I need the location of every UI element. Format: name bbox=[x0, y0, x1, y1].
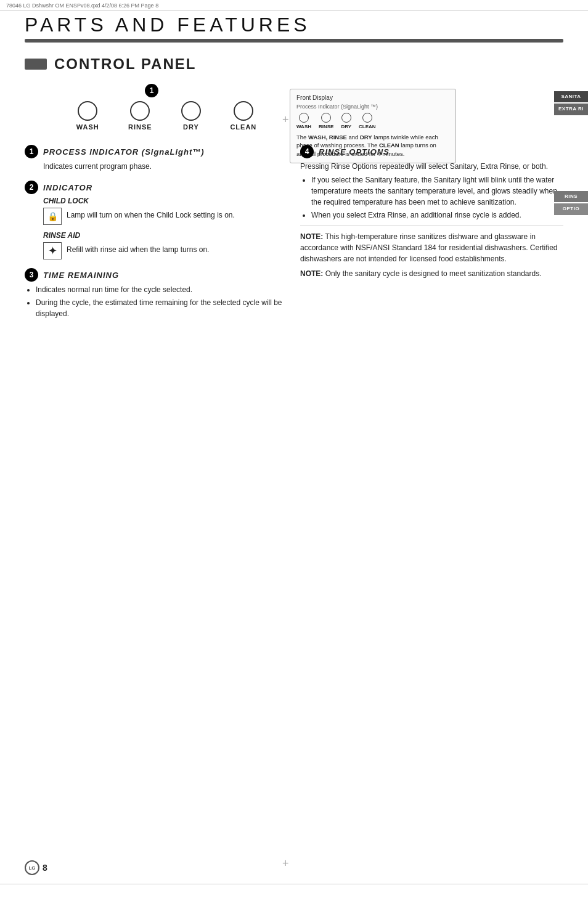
light-rinse: RINSE bbox=[128, 101, 152, 131]
note-2: NOTE: Only the sanitary cycle is designe… bbox=[300, 268, 563, 279]
rinse-aid-icon-row: ✦ Refill with rinse aid when the lamp tu… bbox=[43, 242, 288, 259]
section-time-remaining: 3 TIME REMAINING Indicates normal run ti… bbox=[25, 268, 288, 319]
column-left: 1 PROCESS INDICATOR (SignaLight™) Indica… bbox=[25, 145, 288, 328]
callout-light-dry: DRY bbox=[341, 113, 351, 129]
callout-light-rinse: RINSE bbox=[319, 113, 333, 129]
parts-title-section: PARTS AND FEATURES bbox=[25, 14, 563, 43]
sidebar-sanita: SANITA bbox=[554, 91, 588, 102]
section-3-header: 3 TIME REMAINING bbox=[25, 268, 288, 282]
light-circle-rinse bbox=[130, 101, 150, 121]
section-header: CONTROL PANEL bbox=[25, 55, 563, 73]
section-4-intro: Pressing Rinse Options repeatedly will s… bbox=[300, 161, 563, 172]
main-title: PARTS AND FEATURES bbox=[25, 14, 563, 36]
light-dry: DRY bbox=[181, 101, 201, 131]
child-lock-icon: 🔒 bbox=[43, 208, 62, 225]
section-header-bar bbox=[25, 59, 47, 70]
page-number-area: LG 8 bbox=[25, 860, 47, 875]
sidebar-rins: RINS bbox=[554, 191, 588, 202]
time-bullet-2: During the cycle, the estimated time rem… bbox=[36, 297, 288, 319]
sidebar-optio: OPTIO bbox=[554, 203, 588, 214]
light-circle-dry bbox=[181, 101, 201, 121]
callout-lights-row: WASH RINSE DRY CLEAN bbox=[296, 113, 449, 129]
child-lock-body: Lamp will turn on when the Child Lock se… bbox=[67, 210, 235, 221]
section-process-indicator: 1 PROCESS INDICATOR (SignaLight™) Indica… bbox=[25, 145, 288, 172]
sidebar-extra: EXTRA RI bbox=[554, 104, 588, 115]
section-3-title: TIME REMAINING bbox=[43, 271, 119, 280]
bottom-rule bbox=[0, 884, 588, 884]
child-lock-title: CHILD LOCK bbox=[43, 197, 288, 205]
light-circle-wash bbox=[78, 101, 97, 121]
lights-row: WASH RINSE DRY CLEAN bbox=[62, 101, 271, 131]
section-1-body: Indicates current program phase. bbox=[43, 161, 288, 172]
page-header: 78046 LG Dshwshr OM ENSPv08.qxd 4/2/08 6… bbox=[0, 0, 588, 11]
light-label-clean: CLEAN bbox=[230, 123, 256, 131]
right-sidebar: SANITA EXTRA RI bbox=[554, 91, 588, 115]
section-2-badge: 2 bbox=[25, 181, 38, 194]
lg-logo: LG bbox=[25, 860, 39, 875]
right-sidebar-bottom: RINS OPTIO bbox=[554, 191, 588, 215]
section-1-badge: 1 bbox=[25, 145, 38, 158]
subsection-child-lock: CHILD LOCK 🔒 Lamp will turn on when the … bbox=[43, 197, 288, 225]
section-title: CONTROL PANEL bbox=[54, 55, 196, 73]
file-info: 78046 LG Dshwshr OM ENSPv08.qxd 4/2/08 6… bbox=[6, 2, 158, 9]
rinse-aid-icon: ✦ bbox=[43, 242, 62, 259]
section-indicator: 2 INDICATOR CHILD LOCK 🔒 Lamp will turn … bbox=[25, 181, 288, 259]
section-2-header: 2 INDICATOR bbox=[25, 181, 288, 194]
front-display-label: Front Display bbox=[296, 94, 449, 101]
rinse-bullet-2: When you select Extra Rinse, an addition… bbox=[311, 210, 563, 221]
process-indicator-label: Process Indicator (SignaLight ™) bbox=[296, 104, 449, 110]
section-divider bbox=[300, 226, 563, 226]
two-column-layout: 1 PROCESS INDICATOR (SignaLight™) Indica… bbox=[25, 145, 563, 328]
section-2-title: INDICATOR bbox=[43, 183, 92, 192]
section-4-bullets: If you select the Sanitary feature, the … bbox=[311, 174, 563, 221]
callout-light-wash: WASH bbox=[296, 113, 311, 129]
child-lock-icon-row: 🔒 Lamp will turn on when the Child Lock … bbox=[43, 208, 288, 225]
top-rule bbox=[0, 10, 588, 11]
note-1: NOTE: This high-temperature rinse saniti… bbox=[300, 231, 563, 264]
rinse-aid-title: RINSE AID bbox=[43, 231, 288, 240]
section-4-header: 4 RINSE OPTIONS bbox=[300, 145, 563, 158]
section-1-header: 1 PROCESS INDICATOR (SignaLight™) bbox=[25, 145, 288, 158]
column-right: 4 RINSE OPTIONS Pressing Rinse Options r… bbox=[300, 145, 563, 328]
main-content: 1 PROCESS INDICATOR (SignaLight™) Indica… bbox=[25, 145, 563, 328]
number-1-badge: 1 bbox=[145, 84, 158, 97]
rinse-aid-body: Refill with rinse aid when the lamp turn… bbox=[67, 244, 209, 255]
subsection-rinse-aid: RINSE AID ✦ Refill with rinse aid when t… bbox=[43, 231, 288, 259]
section-rinse-options: 4 RINSE OPTIONS Pressing Rinse Options r… bbox=[300, 145, 563, 279]
callout-light-clean: CLEAN bbox=[359, 113, 376, 129]
light-label-rinse: RINSE bbox=[128, 123, 152, 131]
light-label-dry: DRY bbox=[183, 123, 199, 131]
light-circle-clean bbox=[234, 101, 253, 121]
title-underline bbox=[25, 39, 563, 43]
page-number: 8 bbox=[43, 863, 47, 873]
section-3-bullets: Indicates normal run time for the cycle … bbox=[36, 284, 288, 319]
section-3-badge: 3 bbox=[25, 268, 38, 282]
section-4-title: RINSE OPTIONS bbox=[319, 147, 390, 157]
crosshair-bottom bbox=[284, 860, 296, 872]
section-1-title: PROCESS INDICATOR (SignaLight™) bbox=[43, 147, 205, 157]
light-wash: WASH bbox=[76, 101, 99, 131]
rinse-bullet-1: If you select the Sanitary feature, the … bbox=[311, 174, 563, 208]
light-label-wash: WASH bbox=[76, 123, 99, 131]
section-4-badge: 4 bbox=[300, 145, 314, 158]
light-clean: CLEAN bbox=[230, 101, 256, 131]
crosshair-top bbox=[284, 116, 296, 128]
time-bullet-1: Indicates normal run time for the cycle … bbox=[36, 284, 288, 295]
